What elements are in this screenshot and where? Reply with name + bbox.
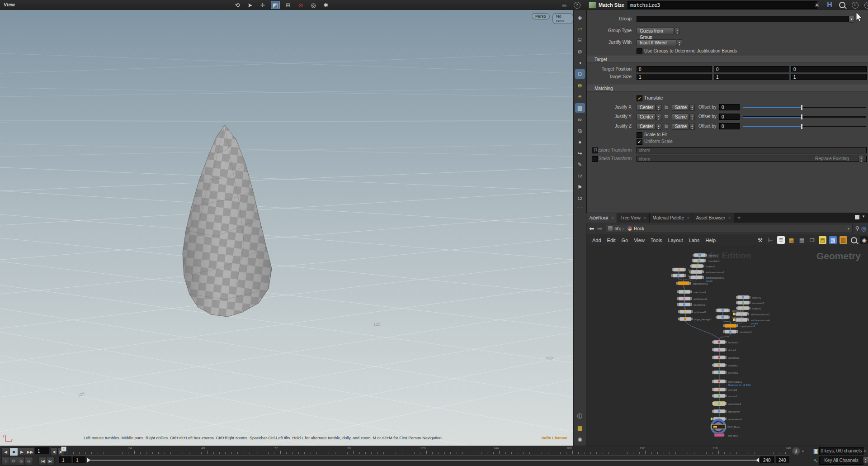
- range-end-button[interactable]: ▶|: [46, 457, 55, 466]
- network-node-attribrandomize3[interactable]: attribrandomize3: [733, 312, 769, 316]
- group-type-spinner[interactable]: ▲▼: [675, 28, 680, 34]
- net-background-image-icon[interactable]: ▧: [829, 236, 837, 244]
- netmenu-add[interactable]: Add: [592, 238, 601, 243]
- hide-selection-tool-icon[interactable]: ⊘: [296, 1, 305, 9]
- net-colorpalette-icon[interactable]: ▦: [788, 236, 795, 244]
- group-input[interactable]: [637, 16, 849, 22]
- network-node-attribrandomize1[interactable]: attribrandomize1: [689, 270, 724, 274]
- view-menu[interactable]: View: [4, 2, 15, 7]
- stop-button[interactable]: ■: [9, 447, 18, 456]
- net-shapepalette-icon[interactable]: ▦: [798, 236, 806, 244]
- pane-tab-asset-browser[interactable]: Asset Browser×: [693, 213, 734, 223]
- high-quality-lighting-icon[interactable]: ⊕: [575, 81, 585, 90]
- net-tools-icon[interactable]: ⚒: [756, 236, 764, 244]
- frame-ruler[interactable]: 24487296120144168192216240: [61, 447, 790, 456]
- network-node-attribdelete1[interactable]: attribdelete1: [677, 297, 707, 300]
- network-node-attribblur1[interactable]: attribblur1: [712, 356, 739, 359]
- network-node-transform3[interactable]: transform3: [723, 330, 751, 333]
- links-display-tool-icon[interactable]: ◩: [271, 1, 280, 9]
- keys-status-box[interactable]: 0 keys, 0/0 channels: [819, 447, 863, 455]
- range-slider-right-handle[interactable]: [756, 458, 759, 462]
- tab-close-icon[interactable]: ×: [612, 216, 614, 220]
- network-node-mountain2[interactable]: mountain2: [736, 301, 764, 304]
- justify-anchor-select[interactable]: Center: [637, 104, 656, 111]
- handles-tool-icon[interactable]: ✛: [258, 1, 267, 9]
- network-node-divide1[interactable]: divide1: [712, 348, 736, 352]
- network-node-mountain1[interactable]: mountain1: [692, 259, 720, 262]
- range-start-field[interactable]: 1: [59, 456, 71, 463]
- netmenu-go[interactable]: Go: [622, 238, 628, 243]
- new-tab-button[interactable]: +: [734, 213, 744, 223]
- point-numbers-icon[interactable]: 12: [575, 171, 585, 181]
- netmenu-layout[interactable]: Layout: [668, 238, 683, 243]
- network-node-attribrandomize2[interactable]: attribrandomize2pscale: [689, 276, 724, 282]
- network-node-sphere2[interactable]: sphere2: [736, 295, 761, 299]
- use-groups-checkbox[interactable]: [637, 48, 642, 54]
- target-position-y[interactable]: 0: [714, 66, 789, 72]
- range-end2-field[interactable]: 240: [776, 456, 789, 463]
- group-dropdown-arrow[interactable]: ▼: [849, 16, 854, 23]
- target-size-z[interactable]: 1: [791, 74, 867, 80]
- prim-numbers-icon[interactable]: 12: [575, 194, 585, 203]
- key-menu-icon[interactable]: ⚷: [792, 447, 800, 455]
- justify-target-spinner[interactable]: ▲▼: [689, 114, 695, 120]
- lights-off-icon[interactable]: ⊘: [575, 47, 585, 56]
- global-search-icon[interactable]: [837, 1, 847, 9]
- net-visibility-icon[interactable]: ◉: [860, 236, 868, 244]
- replace-existing-spinner[interactable]: ▲▼: [859, 156, 864, 162]
- tab-close-icon[interactable]: ×: [728, 216, 731, 220]
- network-node-transform4[interactable]: transform4: [712, 409, 740, 413]
- current-frame-field[interactable]: 1: [35, 447, 49, 454]
- range-slider[interactable]: [90, 460, 756, 461]
- target-size-x[interactable]: 1: [637, 74, 712, 80]
- keys-lock-icon[interactable]: ▲: [863, 448, 867, 452]
- network-node-sphere3[interactable]: sphere3: [716, 309, 741, 312]
- network-node-sphere1[interactable]: sphere1: [693, 253, 718, 257]
- justify-target-select[interactable]: Same: [672, 104, 689, 111]
- pin-pane-icon[interactable]: ⚲: [855, 225, 859, 232]
- visibility-eye-icon[interactable]: ◉: [575, 434, 585, 444]
- network-node-OUT_Rock[interactable]: OUT_Rock: [712, 420, 740, 433]
- key-all-channels-select[interactable]: Key All Channels: [819, 456, 863, 465]
- flipbook-tool-icon[interactable]: ◎: [309, 1, 318, 9]
- offset-input[interactable]: 0: [719, 104, 740, 110]
- net-asset-icon[interactable]: ▥: [840, 236, 847, 244]
- justify-anchor-select[interactable]: Center: [637, 114, 656, 120]
- network-node-boolean1[interactable]: boolean1: [712, 340, 739, 344]
- network-node-copytopoints1[interactable]: copytopoints1: [676, 281, 708, 285]
- net-notes-icon[interactable]: ▤: [819, 236, 826, 244]
- justify-target-spinner[interactable]: ▲▼: [689, 104, 695, 111]
- network-node-matchsize1[interactable]: matchsize1: [677, 290, 706, 294]
- network-node-transform2[interactable]: transform2: [677, 303, 705, 306]
- network-node-rop_fbx1[interactable]: rop_fbx1: [714, 433, 738, 437]
- justify-with-select[interactable]: Input If Wired: [637, 39, 676, 46]
- pane-tab--obj-rock[interactable]: /obj/Rock×: [586, 213, 617, 223]
- network-node-scatter1[interactable]: scatter1: [690, 264, 715, 268]
- offset-slider-handle[interactable]: [801, 105, 802, 110]
- net-find-icon[interactable]: [850, 236, 858, 244]
- group-type-select[interactable]: Guess from Group: [637, 28, 674, 34]
- tab-close-icon[interactable]: ×: [644, 216, 646, 220]
- offset-input[interactable]: 0: [719, 123, 740, 129]
- justify-anchor-spinner[interactable]: ▲▼: [656, 114, 661, 120]
- info-icon[interactable]: i: [850, 1, 860, 9]
- justify-target-select[interactable]: Same: [672, 123, 689, 130]
- display-markers-icon[interactable]: ✎: [575, 160, 585, 169]
- path-root[interactable]: obj: [614, 226, 620, 231]
- preferences-gear-icon[interactable]: ✳: [812, 1, 822, 9]
- pane-split-icon[interactable]: [855, 215, 859, 219]
- justify-target-spinner[interactable]: ▲▼: [689, 123, 695, 130]
- network-node-normal1[interactable]: normal1: [712, 388, 737, 391]
- scale-to-fit-checkbox[interactable]: [637, 132, 642, 138]
- pane-tab-material-palette[interactable]: Material Palette×: [650, 213, 693, 223]
- pane-sliders-icon[interactable]: ⚌: [560, 1, 569, 9]
- justify-with-spinner[interactable]: ▲▼: [677, 39, 682, 46]
- network-node-smooth1[interactable]: smooth1: [712, 363, 738, 367]
- target-position-z[interactable]: 0: [791, 66, 867, 72]
- restore-transform-input[interactable]: xform: [637, 147, 867, 153]
- pane-menu-arrow[interactable]: ▼: [862, 214, 865, 219]
- viewport-options-icon[interactable]: ✱: [321, 1, 330, 9]
- offset-slider-handle[interactable]: [801, 124, 802, 129]
- pane-tab-tree-view[interactable]: Tree View×: [617, 213, 649, 223]
- prev-key-button[interactable]: ◀|: [51, 447, 57, 456]
